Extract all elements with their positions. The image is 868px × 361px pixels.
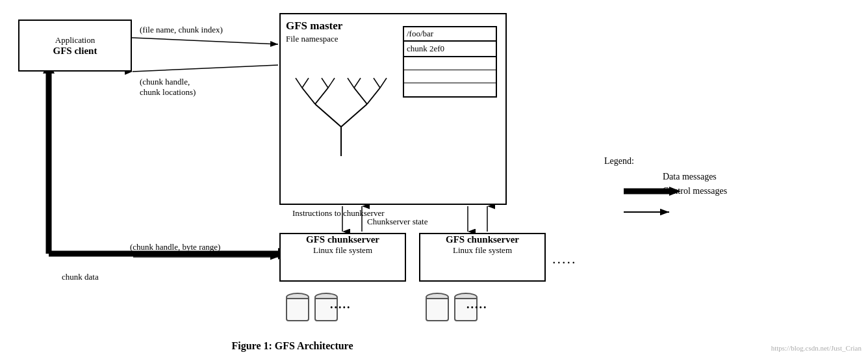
svg-line-30 <box>322 78 328 88</box>
label-chunk-data: chunk data <box>62 272 99 282</box>
chunk-path: /foo/bar <box>404 27 496 40</box>
chunk-info-box: /foo/bar chunk 2ef0 <box>403 26 497 98</box>
chunkserver-box-1: GFS chunkserver Linux file system <box>279 233 406 282</box>
watermark: https://blog.csdn.net/Just_Crian <box>771 344 862 352</box>
namespace-tree-svg <box>289 55 393 166</box>
legend-control-item: Control messages <box>604 186 786 196</box>
svg-line-22 <box>315 104 341 127</box>
svg-line-32 <box>348 78 354 88</box>
svg-line-8 <box>133 65 278 72</box>
label-chunkserver-state: Chunkserver state <box>367 217 428 227</box>
legend-box: Legend: Data messages Control messages <box>604 156 786 200</box>
dots-1: ..... <box>330 298 351 312</box>
legend-data-item: Data messages <box>604 172 786 182</box>
dots-2: ..... <box>466 298 488 312</box>
svg-line-34 <box>374 78 380 88</box>
legend-control-label: Control messages <box>663 186 727 196</box>
legend-data-label: Data messages <box>663 172 717 182</box>
application-label: Application <box>55 35 95 46</box>
svg-line-35 <box>380 78 387 88</box>
chunk-row-1 <box>404 57 496 70</box>
svg-line-26 <box>354 88 367 104</box>
client-box: Application GFS client <box>18 20 132 72</box>
chunkserver-box-2: GFS chunkserver Linux file system <box>419 233 546 282</box>
chunk-row-3 <box>404 83 496 96</box>
svg-line-25 <box>315 88 328 104</box>
svg-line-27 <box>367 88 380 104</box>
dots-3: ..... <box>552 250 577 267</box>
svg-line-7 <box>132 38 278 44</box>
diagram-container: Application GFS client GFS master File n… <box>0 0 868 361</box>
svg-line-28 <box>296 78 302 88</box>
svg-line-31 <box>328 78 335 88</box>
svg-line-29 <box>302 78 309 88</box>
legend-title: Legend: <box>604 156 786 167</box>
label-chunk-handle-locations: (chunk handle,chunk locations) <box>140 77 196 98</box>
chunkserver1-title: GFS chunkserver <box>281 234 405 245</box>
figure-caption: Figure 1: GFS Architecture <box>0 340 585 352</box>
gfs-client-label: GFS client <box>53 46 97 57</box>
chunk-name: chunk 2ef0 <box>404 40 496 57</box>
chunkserver1-subtitle: Linux file system <box>281 245 405 256</box>
chunkserver2-subtitle: Linux file system <box>420 245 544 256</box>
svg-line-24 <box>302 88 315 104</box>
label-file-name-chunk-index: (file name, chunk index) <box>140 25 223 35</box>
svg-line-23 <box>341 104 367 127</box>
cylinder-2a <box>426 293 449 321</box>
chunkserver2-title: GFS chunkserver <box>420 234 544 245</box>
label-chunk-handle-byte-range: (chunk handle, byte range) <box>130 242 220 252</box>
chunk-row-2 <box>404 70 496 83</box>
cylinder-1a <box>286 293 309 321</box>
svg-line-33 <box>354 78 361 88</box>
